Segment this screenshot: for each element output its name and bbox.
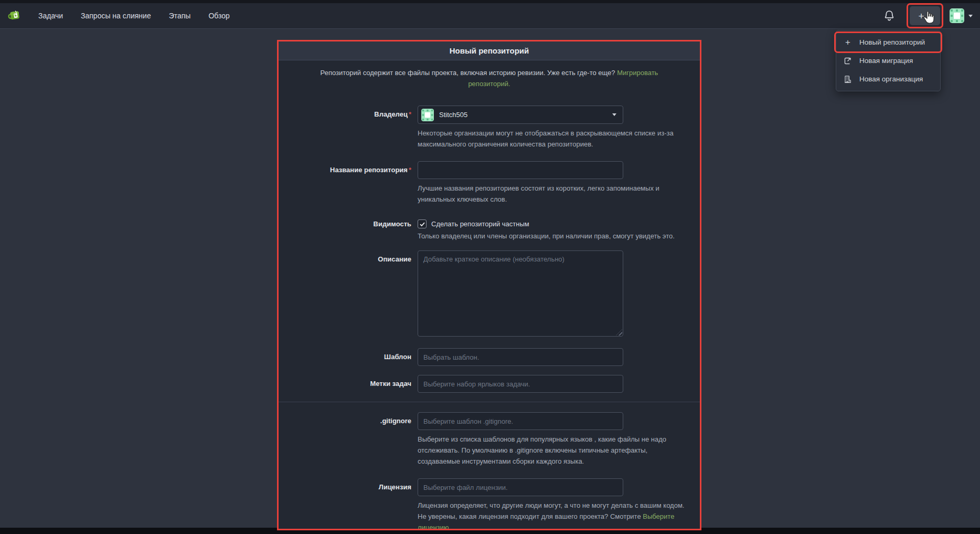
plus-icon: + [844,38,852,47]
chevron-down-icon [612,113,616,116]
owner-label-text: Владелец [374,110,408,118]
gitignore-row: .gitignore Выберите из списка шаблонов д… [279,412,700,467]
private-checkbox[interactable] [418,219,427,228]
annotation-box-plus-button: + [907,3,943,28]
user-avatar [950,8,964,23]
owner-label: Владелец* [279,106,418,150]
template-select[interactable] [418,348,623,366]
visibility-row: Видимость Сделать репозиторий частным То… [279,216,700,242]
owner-row: Владелец* [279,106,700,150]
repo-name-input[interactable] [418,161,623,179]
repo-name-row: Название репозитория* Лучшие названия ре… [279,161,700,205]
repo-name-help-text: Лучшие названия репозиториев состоят из … [418,183,686,205]
visibility-help-text: Только владелец или члены организации, п… [418,231,686,242]
migration-icon [844,57,852,65]
license-label-text: Лицензия [379,483,411,491]
visibility-label-text: Видимость [374,220,411,228]
form-intro: Репозиторий содержит все файлы проекта, … [306,67,673,89]
cursor-pointer-icon [922,10,935,25]
required-asterisk: * [409,166,411,174]
create-dropdown-menu: + Новый репозиторий Новая миграция [836,30,941,91]
user-menu[interactable] [950,8,973,23]
license-label: Лицензия [279,478,418,530]
template-row: Шаблон [279,348,700,366]
license-help-text: Лицензия определяет, что другие люди мог… [418,500,686,530]
license-row: Лицензия Лицензия определяет, что другие… [279,478,700,530]
license-select[interactable] [418,478,623,496]
navbar: Задачи Запросы на слияние Этапы Обзор + [0,3,980,29]
owner-value: Stitch505 [439,111,612,119]
notifications-bell-icon[interactable] [883,10,895,22]
private-checkbox-label[interactable]: Сделать репозиторий частным [431,220,529,228]
template-label-text: Шаблон [384,353,411,361]
menu-item-label: Новый репозиторий [859,38,925,46]
form-header: Новый репозиторий [279,41,700,60]
create-new-button[interactable]: + [910,6,940,25]
chevron-down-icon [928,15,932,17]
description-label: Описание [279,250,418,337]
gitignore-help-text: Выберите из списка шаблонов для популярн… [418,434,686,467]
owner-select[interactable]: Stitch505 [418,106,623,124]
issue-labels-label-text: Метки задач [370,380,411,388]
menu-item-label: Новая организация [859,75,923,83]
form-body: Репозиторий содержит все файлы проекта, … [279,60,700,530]
required-asterisk: * [409,110,411,118]
gitignore-select[interactable] [418,412,623,430]
issue-labels-label: Метки задач [279,375,418,393]
form-title: Новый репозиторий [450,46,529,55]
description-row: Описание [279,250,700,337]
menu-item-new-repository[interactable]: + Новый репозиторий [836,33,940,51]
issue-labels-select[interactable] [418,375,623,393]
nav-links: Задачи Запросы на слияние Этапы Обзор [38,12,230,20]
issue-labels-row: Метки задач [279,375,700,393]
nav-link-explore[interactable]: Обзор [208,12,229,20]
gitea-logo-icon[interactable] [7,8,23,24]
gitignore-label: .gitignore [279,412,418,467]
gitignore-label-text: .gitignore [380,417,411,425]
new-repository-form: Новый репозиторий Репозиторий содержит в… [277,40,701,530]
navbar-right: + [883,3,980,28]
template-label: Шаблон [279,348,418,366]
description-label-text: Описание [378,255,411,263]
visibility-label: Видимость [279,216,418,242]
nav-link-pull-requests[interactable]: Запросы на слияние [81,12,151,20]
menu-item-label: Новая миграция [859,57,913,65]
screen: Задачи Запросы на слияние Этапы Обзор + [0,0,980,534]
menu-item-new-migration[interactable]: Новая миграция [836,51,940,70]
chevron-down-icon [968,15,973,17]
intro-text: Репозиторий содержит все файлы проекта, … [321,69,615,77]
menu-item-new-organization[interactable]: Новая организация [836,70,940,88]
plus-icon: + [918,11,924,21]
check-icon [419,221,425,227]
nav-link-issues[interactable]: Задачи [38,12,63,20]
repo-name-label: Название репозитория* [279,161,418,205]
section-divider [279,402,700,402]
owner-help-text: Некоторые организации могут не отображат… [418,128,686,150]
organization-icon [844,75,852,83]
repo-name-label-text: Название репозитория [330,166,408,174]
owner-avatar [421,109,434,121]
description-textarea[interactable] [418,250,623,337]
nav-link-milestones[interactable]: Этапы [169,12,191,20]
